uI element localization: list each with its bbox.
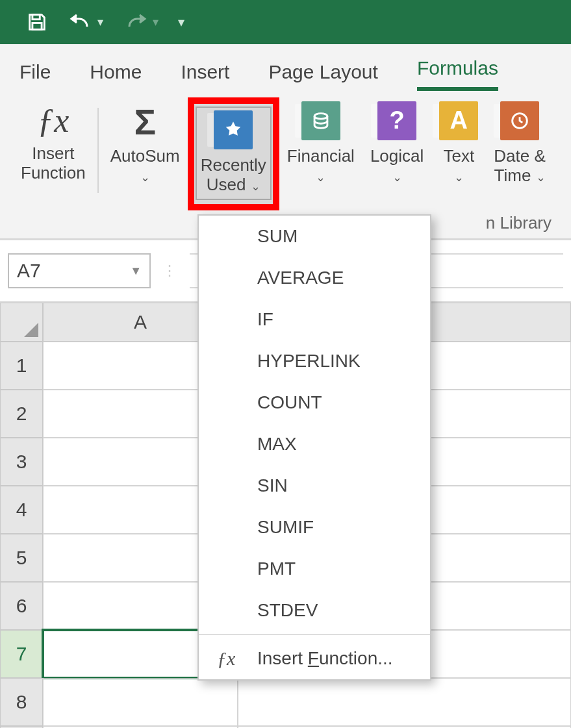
- row-header[interactable]: 6: [0, 582, 43, 630]
- letter-a-book-icon: A: [439, 101, 478, 140]
- menu-item-stdev[interactable]: STDEV: [199, 590, 430, 631]
- financial-label: Financial: [287, 146, 355, 166]
- row-header[interactable]: 2: [0, 390, 43, 438]
- star-book-icon: [214, 110, 253, 149]
- date-time-label: Date &Time ⌄: [494, 147, 546, 186]
- row-header[interactable]: 5: [0, 534, 43, 582]
- chevron-down-icon: ⌄: [454, 171, 464, 184]
- tab-formulas[interactable]: Formulas: [417, 57, 498, 91]
- recently-used-menu: SUM AVERAGE IF HYPERLINK COUNT MAX SIN S…: [197, 214, 431, 681]
- name-box-value: A7: [17, 260, 41, 282]
- recently-used-label: RecentlyUsed ⌄: [201, 156, 266, 195]
- menu-item-sin[interactable]: SIN: [199, 465, 430, 507]
- menu-item-pmt[interactable]: PMT: [199, 548, 430, 590]
- row-header[interactable]: 7: [0, 630, 43, 678]
- svg-rect-1: [32, 23, 42, 29]
- logical-button[interactable]: ? Logical⌄: [362, 101, 431, 186]
- chevron-down-icon[interactable]: ▼: [130, 264, 142, 278]
- menu-item-if[interactable]: IF: [199, 299, 430, 340]
- menu-insert-fn-underline: F: [308, 648, 319, 668]
- insert-function-label: InsertFunction: [21, 144, 86, 183]
- chevron-down-icon: ⌄: [140, 171, 150, 184]
- select-all-corner[interactable]: [0, 303, 43, 342]
- menu-item-hyperlink[interactable]: HYPERLINK: [199, 340, 430, 382]
- menu-insert-fn-suffix: unction...: [319, 648, 393, 668]
- row-header[interactable]: 3: [0, 438, 43, 486]
- recently-used-button[interactable]: RecentlyUsed ⌄: [201, 110, 266, 195]
- chevron-down-icon: ⌄: [316, 171, 325, 184]
- chevron-down-icon: ⌄: [392, 171, 402, 184]
- tab-file[interactable]: File: [19, 61, 51, 91]
- menu-item-count[interactable]: COUNT: [199, 382, 430, 423]
- undo-icon[interactable]: ▾: [68, 12, 103, 32]
- ribbon-tabs: File Home Insert Page Layout Formulas: [0, 44, 571, 91]
- menu-item-sumif[interactable]: SUMIF: [199, 507, 430, 548]
- separator: [97, 108, 99, 193]
- qat-customize-icon[interactable]: ▾: [178, 14, 184, 30]
- title-bar: ▾ ▾ ▾: [0, 0, 571, 44]
- save-icon[interactable]: [26, 11, 48, 33]
- row-header[interactable]: 1: [0, 342, 43, 390]
- coins-book-icon: [301, 101, 340, 140]
- tab-insert[interactable]: Insert: [181, 61, 229, 91]
- redo-icon: ▾: [123, 12, 159, 32]
- menu-item-max[interactable]: MAX: [199, 423, 430, 465]
- menu-item-insert-function[interactable]: Insert Function...: [199, 638, 430, 679]
- autosum-button[interactable]: Σ AutoSum⌄: [103, 101, 188, 186]
- tab-page-layout[interactable]: Page Layout: [268, 61, 377, 91]
- question-book-icon: ?: [377, 101, 416, 140]
- recently-used-highlight: RecentlyUsed ⌄: [188, 97, 279, 210]
- menu-insert-fn-prefix: Insert: [257, 648, 308, 668]
- text-button[interactable]: A Text⌄: [431, 101, 486, 186]
- menu-separator: [199, 634, 430, 635]
- fx-icon: ƒx: [37, 101, 69, 140]
- logical-label: Logical: [370, 146, 424, 166]
- menu-item-sum[interactable]: SUM: [199, 216, 430, 257]
- formula-bar-grip-icon[interactable]: ⋮: [162, 262, 178, 279]
- tab-home[interactable]: Home: [90, 61, 142, 91]
- cell[interactable]: [43, 678, 238, 726]
- row-header[interactable]: 4: [0, 486, 43, 534]
- cell[interactable]: [238, 678, 571, 726]
- autosum-label: AutoSum: [110, 146, 180, 166]
- insert-function-button[interactable]: ƒx InsertFunction: [13, 101, 94, 183]
- ribbon-group-label: n Library: [486, 213, 552, 233]
- menu-item-average[interactable]: AVERAGE: [199, 257, 430, 299]
- svg-point-2: [314, 114, 327, 119]
- date-time-button[interactable]: Date &Time ⌄: [486, 101, 553, 186]
- financial-button[interactable]: Financial⌄: [279, 101, 362, 186]
- clock-book-icon: [500, 101, 539, 140]
- text-label: Text: [443, 146, 474, 166]
- row-header[interactable]: 8: [0, 678, 43, 726]
- name-box[interactable]: A7 ▼: [8, 253, 151, 288]
- svg-rect-0: [32, 15, 40, 19]
- sigma-icon: Σ: [134, 101, 156, 143]
